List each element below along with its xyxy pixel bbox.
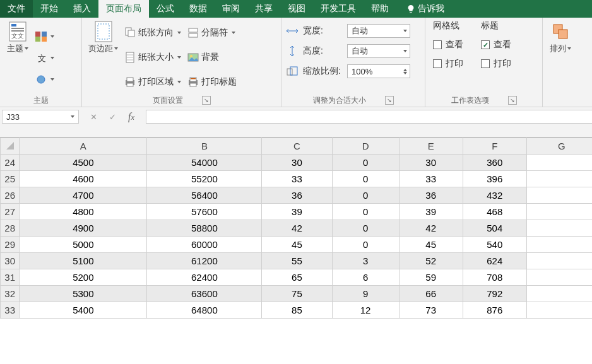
row-header[interactable]: 31 — [1, 269, 20, 286]
cell[interactable]: 64800 — [147, 302, 262, 319]
select-all-corner[interactable] — [1, 138, 20, 155]
cell[interactable]: 75 — [262, 286, 332, 302]
cell[interactable] — [526, 237, 592, 253]
cell[interactable]: 0 — [332, 171, 399, 187]
cell[interactable]: 624 — [463, 253, 526, 269]
theme-colors-button[interactable] — [33, 28, 57, 45]
cell[interactable]: 504 — [463, 220, 526, 237]
row-header[interactable]: 25 — [1, 171, 20, 187]
width-combo[interactable]: 自动 — [347, 24, 410, 38]
cancel-formula-button[interactable]: ✕ — [88, 112, 99, 122]
cell[interactable]: 30 — [399, 155, 463, 171]
cell[interactable]: 55 — [262, 253, 332, 269]
cell[interactable]: 5200 — [20, 269, 147, 286]
themes-button[interactable]: 文文 主题 — [4, 20, 32, 94]
cell[interactable]: 5000 — [20, 237, 147, 253]
cell[interactable]: 56400 — [147, 187, 262, 204]
sheet-options-launcher[interactable]: ↘ — [508, 96, 517, 105]
cell[interactable] — [526, 253, 592, 269]
spreadsheet-grid[interactable]: A B C D E F G 24450054000300303602546005… — [0, 138, 592, 319]
cell[interactable]: 4900 — [20, 220, 147, 237]
cell[interactable]: 468 — [463, 204, 526, 220]
menu-page-layout[interactable]: 页面布局 — [98, 0, 149, 18]
row-header[interactable]: 33 — [1, 302, 20, 319]
size-button[interactable]: 纸张大小 — [122, 47, 184, 68]
theme-effects-button[interactable] — [33, 71, 57, 88]
col-header-C[interactable]: C — [262, 138, 332, 155]
cell[interactable]: 54000 — [147, 155, 262, 171]
arrange-button[interactable]: 排列 — [547, 20, 574, 94]
margins-button[interactable]: 页边距 — [86, 20, 121, 94]
col-header-F[interactable]: F — [463, 138, 526, 155]
cell[interactable]: 42 — [262, 220, 332, 237]
cell[interactable]: 65 — [262, 269, 332, 286]
cell[interactable] — [526, 286, 592, 302]
formula-input[interactable] — [146, 110, 592, 124]
cell[interactable]: 9 — [332, 286, 399, 302]
cell[interactable]: 45 — [262, 237, 332, 253]
cell[interactable]: 39 — [262, 204, 332, 220]
cell[interactable]: 66 — [399, 286, 463, 302]
height-combo[interactable]: 自动 — [347, 44, 410, 58]
gridlines-view-checkbox[interactable]: 查看 — [433, 37, 463, 53]
breaks-button[interactable]: 分隔符 — [185, 23, 239, 43]
cell[interactable]: 36 — [399, 187, 463, 204]
cell[interactable]: 36 — [262, 187, 332, 204]
cell[interactable]: 61200 — [147, 253, 262, 269]
name-box[interactable]: J33 — [2, 110, 79, 124]
cell[interactable]: 0 — [332, 155, 399, 171]
cell[interactable] — [526, 171, 592, 187]
row-header[interactable]: 26 — [1, 187, 20, 204]
cell[interactable]: 4600 — [20, 171, 147, 187]
col-header-E[interactable]: E — [399, 138, 463, 155]
menu-devtools[interactable]: 开发工具 — [313, 0, 364, 18]
cell[interactable]: 396 — [463, 171, 526, 187]
cell[interactable]: 57600 — [147, 204, 262, 220]
col-header-D[interactable]: D — [332, 138, 399, 155]
cell[interactable]: 45 — [399, 237, 463, 253]
row-header[interactable]: 32 — [1, 286, 20, 302]
theme-fonts-button[interactable]: 文 — [33, 49, 57, 67]
cell[interactable]: 792 — [463, 286, 526, 302]
cell[interactable]: 0 — [332, 220, 399, 237]
col-header-A[interactable]: A — [20, 138, 147, 155]
cell[interactable]: 39 — [399, 204, 463, 220]
cell[interactable]: 85 — [262, 302, 332, 319]
menu-formulas[interactable]: 公式 — [149, 0, 182, 18]
menu-tellme[interactable]: 告诉我 — [399, 0, 452, 18]
menu-data[interactable]: 数据 — [182, 0, 215, 18]
fx-button[interactable]: fx — [126, 111, 137, 122]
row-header[interactable]: 30 — [1, 253, 20, 269]
cell[interactable]: 59 — [399, 269, 463, 286]
cell[interactable]: 0 — [332, 237, 399, 253]
print-area-button[interactable]: 打印区域 — [122, 72, 184, 92]
cell[interactable]: 5300 — [20, 286, 147, 302]
menu-help[interactable]: 帮助 — [364, 0, 396, 18]
print-titles-button[interactable]: 打印标题 — [185, 72, 239, 92]
cell[interactable]: 876 — [463, 302, 526, 319]
cell[interactable]: 4800 — [20, 204, 147, 220]
menu-file[interactable]: 文件 — [0, 0, 33, 18]
page-setup-launcher[interactable]: ↘ — [202, 96, 211, 105]
gridlines-print-checkbox[interactable]: 打印 — [433, 56, 463, 72]
confirm-formula-button[interactable]: ✓ — [107, 112, 118, 122]
menu-insert[interactable]: 插入 — [66, 0, 98, 18]
cell[interactable]: 708 — [463, 269, 526, 286]
scale-combo[interactable]: 100% — [347, 64, 410, 78]
cell[interactable]: 360 — [463, 155, 526, 171]
cell[interactable]: 33 — [262, 171, 332, 187]
cell[interactable] — [526, 204, 592, 220]
cell[interactable] — [526, 155, 592, 171]
cell[interactable]: 4500 — [20, 155, 147, 171]
cell[interactable]: 33 — [399, 171, 463, 187]
cell[interactable]: 3 — [332, 253, 399, 269]
cell[interactable]: 42 — [399, 220, 463, 237]
cell[interactable] — [526, 269, 592, 286]
row-header[interactable]: 29 — [1, 237, 20, 253]
cell[interactable]: 432 — [463, 187, 526, 204]
cell[interactable]: 540 — [463, 237, 526, 253]
cell[interactable]: 30 — [262, 155, 332, 171]
headings-print-checkbox[interactable]: 打印 — [481, 56, 511, 72]
cell[interactable]: 60000 — [147, 237, 262, 253]
col-header-B[interactable]: B — [147, 138, 262, 155]
